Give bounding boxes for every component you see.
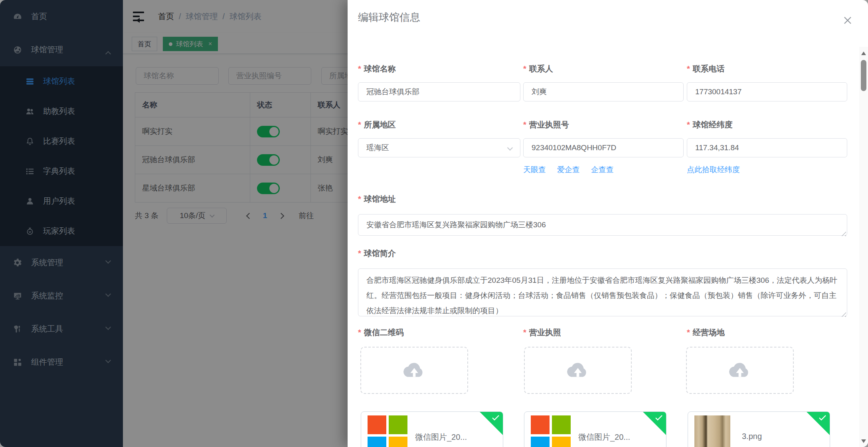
chevron-down-icon [507,145,513,151]
district-value: 瑶海区 [366,143,389,153]
drawer-title: 编辑球馆信息 [358,10,420,24]
file-name: 微信图片_20... [415,432,467,443]
pick-coords-link[interactable]: 点此拾取经纬度 [687,165,740,175]
required-asterisk: * [687,64,690,73]
contact-label: *联系人 [523,64,684,74]
required-asterisk: * [358,64,361,73]
cloud-upload-icon [401,360,427,381]
aiqicha-link[interactable]: 爱企查 [557,165,580,175]
scroll-down-arrow[interactable] [861,439,866,443]
required-asterisk: * [687,120,690,129]
file-thumbnail [368,415,407,447]
wechat-qr-file-card[interactable]: 微信图片_20... [361,411,503,447]
required-asterisk: * [523,64,526,73]
check-icon [655,415,663,421]
scroll-up-arrow[interactable] [861,52,866,55]
district-label: *所属地区 [358,120,520,129]
scrollbar-thumb[interactable] [861,60,866,91]
phone-input[interactable] [687,82,847,101]
edit-venue-drawer: 编辑球馆信息 *球馆名称 *联系人 *联系电话 *所属地区 瑶海区 *营业执照号 [348,0,868,447]
required-asterisk: * [523,120,526,129]
file-thumbnail [531,415,571,447]
required-asterisk: * [358,249,361,258]
file-name: 3.png [742,432,762,441]
business-license-upload-box[interactable] [524,347,632,394]
file-name: 微信图片_20... [578,432,630,443]
contact-input[interactable] [523,82,684,101]
license-lookup-links: 天眼查 爱企查 企查查 [523,165,614,175]
license-input[interactable] [523,138,684,157]
app-window: 首页 球馆管理 球馆列表 助教列表 [0,0,868,447]
cloud-upload-icon [565,360,591,381]
required-asterisk: * [358,195,361,203]
business-license-file-card[interactable]: 微信图片_20... [524,411,666,447]
file-thumbnail [694,415,734,447]
check-icon [819,415,826,421]
drawer-scrollbar [859,47,868,447]
intro-textarea[interactable]: 合肥市瑶海区冠驰健身俱乐部成立于2023年05月31日，注册地位于安徽省合肥市瑶… [358,268,847,316]
license-label: *营业执照号 [523,120,684,129]
required-asterisk: * [687,328,690,337]
venue-name-input[interactable] [358,82,520,101]
address-textarea[interactable]: 安徽省合肥市瑶海区复兴路聚福家园购物广场三楼306 [358,214,847,236]
business-license-label: *营业执照 [523,328,561,337]
venue-name-label: *球馆名称 [358,64,520,74]
premises-upload-box[interactable] [686,347,794,394]
coords-picker-row: 点此拾取经纬度 [687,165,740,175]
close-icon[interactable] [842,14,854,26]
required-asterisk: * [523,328,526,337]
address-label: *球馆地址 [358,194,847,204]
required-asterisk: * [358,120,361,129]
coords-input[interactable] [687,138,847,157]
qichacha-link[interactable]: 企查查 [591,165,614,175]
tianyancha-link[interactable]: 天眼查 [523,165,546,175]
premises-label: *经营场地 [687,328,725,337]
cloud-upload-icon [727,360,753,381]
intro-label: *球馆简介 [358,248,847,258]
coords-label: *球馆经纬度 [687,120,847,129]
required-asterisk: * [358,328,361,337]
wechat-qr-label: *微信二维码 [358,328,404,337]
check-icon [492,415,500,421]
premises-file-card[interactable]: 3.png [688,411,830,447]
wechat-qr-upload-box[interactable] [360,347,468,394]
phone-label: *联系电话 [687,64,847,74]
district-select[interactable]: 瑶海区 [358,138,520,157]
